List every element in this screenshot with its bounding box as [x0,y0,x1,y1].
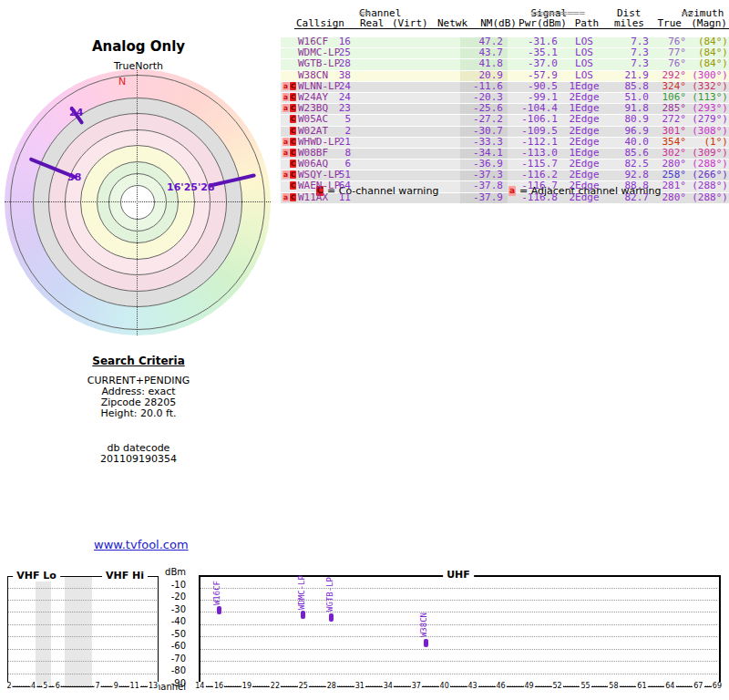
table-row: aCW11AX11-37.9-116.82Edge82.7280°(288°) [281,193,729,204]
cell-pwr-dbm: -109.5 [521,127,558,136]
cell-miles: 85.8 [625,82,650,91]
cell-miles: 7.3 [631,37,649,46]
table-column-header: Callsign Real (Virt) Netwk NM(dB) Pwr(dB… [281,18,729,28]
cell-true-azimuth: 76° [668,37,686,46]
cell-nm-db: 41.8 [479,59,504,68]
cell-pwr-dbm: -116.2 [521,170,558,180]
cell-callsign: W11AX [298,193,328,202]
cell-miles: 80.9 [625,115,650,124]
cell-pwr-dbm: -115.7 [521,160,558,169]
cell-miles: 82.7 [625,193,650,202]
cell-nm-db: 20.9 [479,71,504,80]
cell-pwr-dbm: -116.8 [521,193,558,202]
cell-pwr-dbm: -37.0 [528,59,558,68]
dbm-tick-label: -30 [146,604,186,614]
adjacent-channel-warning-icon: a [282,93,289,101]
cell-true-azimuth: 324° [662,82,687,91]
uhf-label: UHF [443,570,474,581]
cell-real-channel: 23 [339,104,351,113]
station-marker [217,606,221,614]
uhf-channel-tick: 52 [551,682,562,691]
tvfool-report: Analog Only TrueNorth N 16'25'28 38 24 =… [0,0,729,700]
cell-callsign: W02AT [298,127,328,136]
cell-nm-db: -37.9 [473,193,503,202]
gridline [200,649,717,650]
cell-nm-db: -20.3 [473,93,503,102]
cell-magn-azimuth: (84°) [698,37,728,46]
cell-nm-db: -30.7 [473,127,503,136]
spoke-label-west: 38 [67,171,81,183]
uhf-channel-tick: 46 [496,682,507,691]
uhf-channel-tick: 40 [439,682,450,691]
vhf-channel-tick: 4 [30,682,36,691]
col-true: True [658,18,683,28]
cell-real-channel: 64 [339,181,351,190]
cell-callsign: WHWD-LP [298,138,340,147]
uhf-channel-tick: 64 [664,682,675,691]
gridline [8,649,157,650]
uhf-channel-tick: 61 [636,682,647,691]
uhf-channel-tick: 43 [467,682,478,691]
co-channel-warning-icon: C [290,170,296,179]
cell-miles: 85.6 [625,149,650,158]
station-label: WDMC-LP [297,575,306,610]
co-channel-warning-icon: C [290,138,296,146]
adjacent-channel-warning-icon: a [282,193,289,201]
station-label: W38CN [419,612,428,637]
gridline [8,600,157,601]
co-channel-warning-icon: C [290,115,296,123]
cell-nm-db: -37.8 [473,181,503,190]
cell-true-azimuth: 285° [662,104,687,113]
cell-magn-azimuth: (288°) [692,193,728,202]
radar-vertical-axis [137,70,138,335]
gridline [200,588,717,589]
station-marker [301,611,305,619]
co-channel-warning-icon: C [290,193,296,201]
signal-strength-chart: VHF Lo VHF Hi UHF dBm Channel -10-20-30-… [0,565,729,700]
cell-path: 2Edge [557,193,611,202]
uhf-channel-tick: 25 [298,682,309,691]
gridline [200,661,717,662]
cell-real-channel: 51 [339,170,351,180]
cell-miles: 96.9 [625,127,650,136]
cell-path: 1Edge [557,149,611,158]
uhf-channel-tick: 28 [326,682,337,691]
cell-miles: 21.9 [625,71,650,80]
co-channel-warning-icon: C [290,104,296,112]
col-magn: (Magn) [691,18,727,28]
gridline [8,612,157,612]
station-marker [424,639,428,647]
db-datecode-value: 201109190354 [29,454,248,465]
gridline [8,636,157,637]
spoke-label-east: 16'25'28 [167,181,215,193]
gridline [200,624,717,625]
cell-path: 2Edge [557,181,611,190]
station-marker [329,613,334,622]
vhf-channel-tick: 11 [129,682,140,691]
tvfool-link[interactable]: www.tvfool.com [94,538,189,551]
col-path: Path [560,18,614,28]
cell-nm-db: -25.6 [473,104,503,113]
dbm-tick-label: -40 [146,616,186,626]
adjacent-channel-badge: a [508,186,516,196]
cell-nm-db: 43.7 [479,48,504,57]
cell-true-azimuth: 302° [662,149,687,158]
cell-miles: 7.3 [631,59,649,68]
cell-nm-db: -36.9 [473,160,503,169]
uhf-channel-tick: 37 [411,682,422,691]
radar-horizontal-axis [5,201,271,202]
cell-callsign: WAEN-LP [298,181,340,190]
cell-magn-azimuth: (266°) [692,170,728,180]
signal-table: ==Channel== ========Signal========= Dist… [281,8,729,28]
cell-path: LOS [557,59,611,68]
header-underline [294,28,729,29]
vhf-channel-tick: 6 [55,682,61,691]
cell-real-channel: 6 [344,160,351,169]
cell-real-channel: 16 [339,37,351,46]
cell-nm-db: 47.2 [479,37,504,46]
cell-real-channel: 2 [344,127,351,136]
radar-title: Analog Only [0,38,277,55]
col-nm: NM(dB) [480,18,517,28]
co-channel-warning-icon: C [290,127,296,135]
cell-pwr-dbm: -57.9 [528,71,558,80]
